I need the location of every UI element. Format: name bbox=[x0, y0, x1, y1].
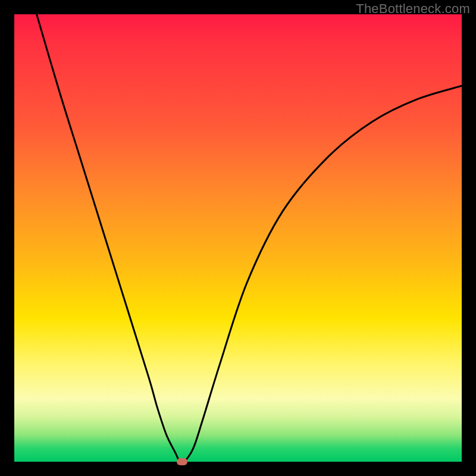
curve-svg bbox=[14, 14, 462, 462]
plot-area bbox=[14, 14, 462, 462]
minimum-marker bbox=[177, 458, 187, 465]
chart-frame: TheBottleneck.com bbox=[0, 0, 476, 476]
bottleneck-curve-path bbox=[37, 14, 462, 462]
